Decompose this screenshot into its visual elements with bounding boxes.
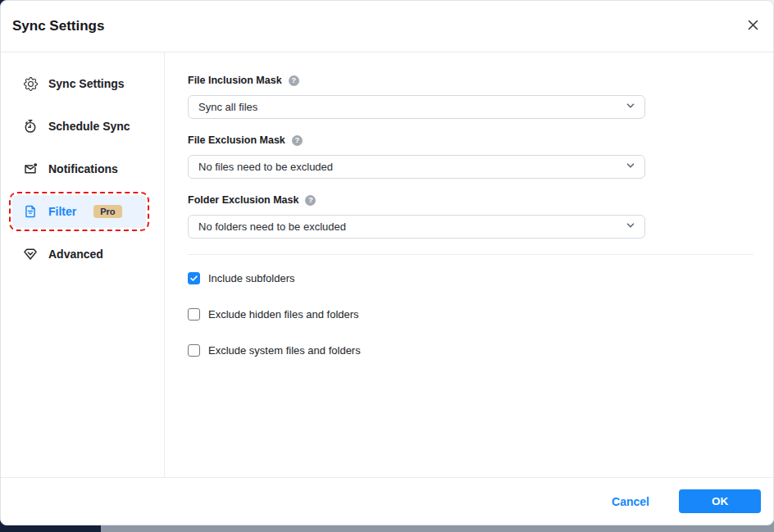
close-button[interactable]	[744, 17, 762, 35]
file-exclusion-mask-label: File Exclusion Mask	[188, 134, 285, 146]
file-exclusion-mask-select[interactable]: No files need to be excluded	[188, 155, 645, 179]
sidebar-item-label: Notifications	[48, 162, 118, 175]
cancel-button[interactable]: Cancel	[612, 495, 649, 508]
chevron-down-icon	[625, 160, 636, 174]
sidebar-item-label: Advanced	[48, 248, 103, 261]
help-icon[interactable]: ?	[292, 135, 303, 146]
pro-badge: Pro	[93, 205, 121, 218]
dialog-footer: Cancel OK	[1, 477, 773, 525]
folder-exclusion-mask-label: Folder Exclusion Mask	[188, 194, 298, 206]
sidebar: Sync Settings Schedule Sync	[1, 52, 165, 477]
dialog-body: Sync Settings Schedule Sync	[1, 52, 773, 477]
sidebar-item-advanced[interactable]: Advanced	[12, 238, 146, 271]
exclude-hidden-row[interactable]: Exclude hidden files and folders	[188, 308, 773, 321]
sidebar-item-label: Schedule Sync	[48, 120, 130, 133]
gear-icon	[23, 76, 38, 91]
checkbox[interactable]	[188, 272, 200, 284]
sidebar-item-label: Filter	[48, 205, 76, 218]
checkbox-label: Include subfolders	[208, 272, 295, 284]
select-value: No folders need to be excluded	[198, 221, 346, 233]
chevron-down-icon	[625, 100, 636, 114]
help-icon[interactable]: ?	[305, 195, 316, 206]
section-divider	[188, 254, 754, 255]
checkbox-label: Exclude hidden files and folders	[208, 308, 359, 321]
gem-icon	[23, 247, 38, 261]
dialog-header: Sync Settings	[1, 1, 773, 52]
sidebar-item-sync-settings[interactable]: Sync Settings	[12, 67, 146, 100]
mail-notification-icon	[23, 161, 38, 176]
ok-button[interactable]: OK	[679, 489, 761, 513]
exclude-system-row[interactable]: Exclude system files and folders	[188, 344, 773, 357]
help-icon[interactable]: ?	[289, 75, 299, 86]
sync-settings-dialog: Sync Settings Sync Settings	[0, 0, 774, 525]
include-subfolders-row[interactable]: Include subfolders	[188, 272, 773, 284]
checkbox[interactable]	[188, 344, 200, 357]
select-value: Sync all files	[198, 101, 257, 113]
file-inclusion-mask-select[interactable]: Sync all files	[188, 95, 645, 119]
sidebar-item-schedule-sync[interactable]: Schedule Sync	[12, 110, 146, 143]
select-value: No files need to be excluded	[198, 161, 333, 173]
chevron-down-icon	[625, 220, 636, 234]
filter-document-icon	[23, 204, 38, 219]
sidebar-item-notifications[interactable]: Notifications	[12, 152, 146, 185]
folder-exclusion-mask-select[interactable]: No folders need to be excluded	[188, 215, 645, 239]
checkbox-label: Exclude system files and folders	[208, 344, 361, 357]
checkbox[interactable]	[188, 308, 200, 321]
sidebar-item-label: Sync Settings	[48, 77, 125, 90]
stopwatch-icon	[23, 119, 38, 134]
filter-settings-panel: File Inclusion Mask ? Sync all files Fil…	[165, 52, 773, 477]
file-inclusion-mask-label: File Inclusion Mask	[188, 75, 282, 86]
sidebar-item-filter[interactable]: Filter Pro	[12, 195, 146, 228]
close-icon	[747, 19, 759, 34]
dialog-title: Sync Settings	[12, 18, 104, 34]
